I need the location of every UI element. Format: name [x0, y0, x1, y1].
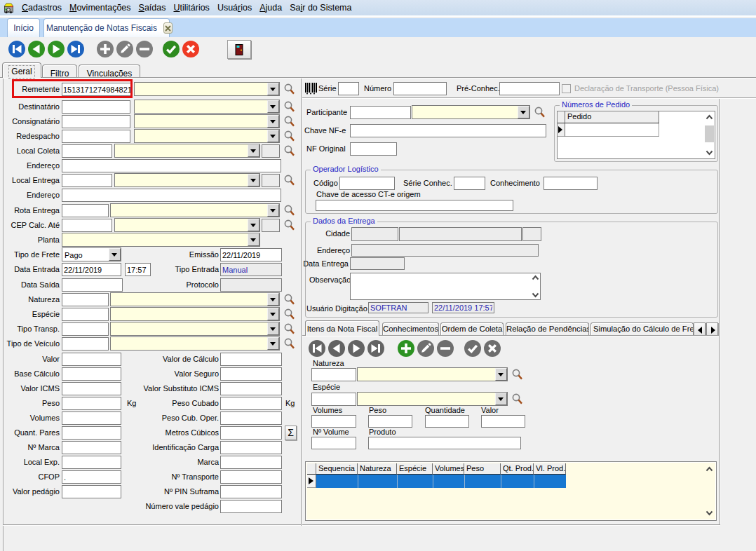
- tab-simulacao-calculo-frete[interactable]: Simulação do Cálculo de Fret: [590, 322, 694, 336]
- peso-cubado-input[interactable]: [220, 397, 282, 410]
- delete-record-button[interactable]: [136, 41, 153, 57]
- especie-input[interactable]: [62, 308, 109, 321]
- serie-input[interactable]: [338, 82, 359, 95]
- chevron-down-icon[interactable]: [267, 308, 279, 320]
- local-coleta-combo[interactable]: [114, 144, 260, 158]
- chevron-down-icon[interactable]: [248, 233, 259, 246]
- menu-saidas[interactable]: Saídas: [136, 1, 169, 14]
- pedidos-scrollbar-thumb[interactable]: [705, 125, 714, 142]
- especie-search-icon[interactable]: [283, 308, 295, 320]
- previous-record-button[interactable]: [28, 41, 45, 57]
- sigma-button[interactable]: Σ: [285, 426, 297, 440]
- metros-cubicos-input[interactable]: [220, 426, 282, 440]
- rota-entrega-search-icon[interactable]: [283, 204, 295, 217]
- item-last-button[interactable]: [367, 340, 384, 357]
- natureza-search-icon[interactable]: [283, 293, 295, 306]
- pre-conhec-input[interactable]: [499, 82, 560, 95]
- chevron-down-icon[interactable]: [248, 144, 259, 157]
- grid-header-peso[interactable]: Peso: [464, 463, 501, 475]
- marca-input[interactable]: [220, 456, 282, 469]
- item-first-button[interactable]: [309, 340, 325, 357]
- chevron-down-icon[interactable]: [248, 174, 259, 186]
- item-confirm-button[interactable]: [464, 340, 481, 357]
- item-produto-input[interactable]: [368, 437, 521, 449]
- identificacao-carga-input[interactable]: [220, 441, 282, 454]
- chevron-down-icon[interactable]: [267, 293, 279, 306]
- data-entrada-input[interactable]: [62, 263, 121, 276]
- valor-input[interactable]: [62, 353, 121, 366]
- menu-movimentacoes[interactable]: Movimentações: [67, 1, 134, 14]
- page-tab-geral[interactable]: Geral: [2, 62, 41, 78]
- menu-sair-do-sistema[interactable]: Sair do Sistema: [287, 1, 354, 14]
- n-transporte-input[interactable]: [220, 470, 282, 484]
- valor-pedagio-input[interactable]: [62, 485, 121, 498]
- item-next-button[interactable]: [348, 340, 365, 357]
- tipo-transp-combo[interactable]: [110, 322, 280, 336]
- remetente-search-icon[interactable]: [283, 83, 295, 95]
- peso-cub-oper-input[interactable]: [220, 411, 282, 425]
- valor-substituto-icms-input[interactable]: [220, 382, 282, 395]
- redespacho-search-icon[interactable]: [283, 130, 295, 142]
- destinatario-input[interactable]: [62, 100, 130, 114]
- menu-utilitarios[interactable]: Utilitários: [170, 1, 212, 14]
- scroll-down-icon[interactable]: [705, 150, 714, 156]
- page-tab-vinculacoes[interactable]: Vinculações: [79, 64, 140, 78]
- natureza-combo[interactable]: [110, 292, 280, 306]
- endereco-coleta-input[interactable]: [62, 159, 281, 172]
- consignatario-input[interactable]: [62, 115, 130, 128]
- participante-combo[interactable]: [412, 105, 530, 119]
- tab-ordem-de-coleta[interactable]: Ordem de Coleta: [440, 322, 504, 336]
- item-valor-input[interactable]: [481, 415, 525, 428]
- exit-button[interactable]: [227, 40, 251, 59]
- natureza-input[interactable]: [62, 293, 109, 306]
- conhecimento-input[interactable]: [544, 177, 598, 190]
- grid-selected-row[interactable]: [316, 475, 566, 488]
- item-cancel-button[interactable]: [484, 340, 501, 357]
- destinatario-search-icon[interactable]: [283, 100, 295, 113]
- planta-combo[interactable]: [62, 233, 260, 247]
- participante-search-icon[interactable]: [534, 106, 546, 118]
- consignatario-combo[interactable]: [134, 114, 280, 128]
- chevron-down-icon[interactable]: [267, 204, 279, 217]
- scroll-up-icon[interactable]: [705, 114, 714, 120]
- item-n-volume-input[interactable]: [311, 437, 356, 449]
- cep-calc-ate-search-icon[interactable]: [283, 219, 295, 231]
- tab-scroll-left-button[interactable]: [694, 322, 706, 336]
- cancel-button[interactable]: [182, 41, 199, 57]
- pedidos-grid[interactable]: Pedido: [557, 111, 715, 159]
- page-tab-filtro[interactable]: Filtro: [42, 64, 77, 78]
- tab-conhecimentos[interactable]: Conhecimentos: [382, 322, 439, 336]
- items-grid[interactable]: Sequencia Natureza Espécie Volumes Peso …: [305, 461, 717, 521]
- window-tab-inicio[interactable]: Início: [7, 18, 40, 37]
- item-especie-combo[interactable]: [357, 392, 508, 406]
- menu-usuarios[interactable]: Usuários: [215, 1, 255, 14]
- chevron-down-icon[interactable]: [248, 219, 259, 231]
- remetente-combo[interactable]: [134, 82, 280, 96]
- grid-header-sequencia[interactable]: Sequencia: [316, 463, 358, 475]
- scroll-down-icon[interactable]: [705, 510, 714, 516]
- grid-header-qt-prod[interactable]: Qt. Prod.: [501, 463, 534, 475]
- nf-original-input[interactable]: [350, 142, 397, 156]
- endereco-entrega-input[interactable]: [62, 189, 281, 202]
- item-volumes-input[interactable]: [311, 415, 356, 428]
- scroll-down-icon[interactable]: [531, 292, 540, 298]
- participante-input[interactable]: [350, 106, 411, 119]
- local-coleta-search-icon[interactable]: [283, 144, 295, 157]
- next-record-button[interactable]: [48, 41, 65, 57]
- tab-itens-da-nota-fiscal[interactable]: Itens da Nota Fiscal: [305, 320, 379, 336]
- codigo-input[interactable]: [339, 177, 395, 190]
- edit-record-button[interactable]: [116, 41, 133, 57]
- emissao-input[interactable]: [220, 248, 282, 261]
- chave-nfe-input[interactable]: [350, 124, 546, 137]
- base-calculo-input[interactable]: [62, 367, 121, 381]
- item-delete-button[interactable]: [437, 340, 454, 357]
- item-quantidade-input[interactable]: [425, 415, 469, 428]
- menu-ajuda[interactable]: Ajuda: [257, 1, 285, 14]
- item-natureza-input[interactable]: [311, 368, 356, 381]
- local-entrega-search-icon[interactable]: [283, 174, 295, 186]
- n-pin-suframa-input[interactable]: [220, 485, 282, 498]
- redespacho-combo[interactable]: [134, 129, 280, 143]
- local-entrega-input[interactable]: [62, 174, 112, 187]
- rota-entrega-combo[interactable]: [110, 203, 280, 217]
- grid-header-volumes[interactable]: Volumes: [433, 463, 464, 475]
